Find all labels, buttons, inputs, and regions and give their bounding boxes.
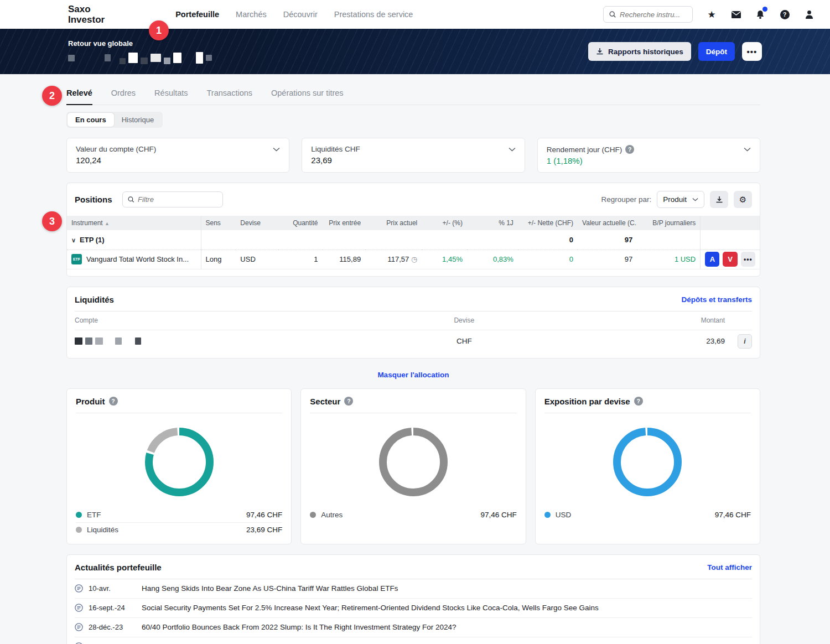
account-hero: Retour vue globale Rapports histori (0, 29, 830, 74)
account-profile-icon[interactable] (803, 9, 815, 20)
export-download-button[interactable] (710, 191, 728, 208)
day-return-label: Rendement jour (CHF) (547, 146, 622, 154)
settings-gear-button[interactable]: ⚙ (734, 191, 752, 208)
tab-operations-sur-titres[interactable]: Opérations sur titres (271, 83, 344, 105)
produit-title: Produit (76, 397, 105, 406)
chevron-down-icon (509, 147, 516, 152)
saxo-investor-app: 1 2 3 Saxo Investor Portefeuille Marchés… (0, 0, 830, 644)
step-badge-1: 1 (149, 20, 169, 40)
prix-entree: 115,89 (323, 250, 366, 269)
group-by-label: Regrouper par: (601, 195, 651, 204)
search-input[interactable] (620, 11, 687, 19)
secteur-allocation-card: Secteur ? Autres 97,46 CHF (300, 388, 526, 544)
pct-change: 1,45% (422, 250, 467, 269)
produit-allocation-card: Produit ? ETF 97,46 CHF Liquidités 2 (66, 388, 292, 544)
nav-item-prestations[interactable]: Prestations de service (334, 10, 413, 19)
buy-button[interactable]: A (705, 252, 719, 267)
group-row-etp[interactable]: ∨ETP (1) 0 97 (67, 230, 760, 250)
produit-donut-chart (141, 423, 218, 501)
tab-transactions[interactable]: Transactions (207, 83, 252, 105)
cash-devise: CHF (380, 330, 549, 352)
news-title: Actualités portefeuille (75, 563, 162, 572)
liquidites-card: Liquidités Dépôts et transferts Compte D… (66, 287, 760, 359)
help-question-icon[interactable]: ? (109, 397, 118, 406)
step-badge-3: 3 (42, 211, 62, 231)
account-value-label: Valeur du compte (CHF) (76, 145, 156, 153)
liquidites-title: Liquidités (75, 295, 114, 304)
positions-header-row: Instrument ▲ Sens Devise Quantité Prix e… (67, 216, 760, 230)
delayed-clock-icon: ◷ (411, 255, 417, 263)
positions-filter[interactable] (122, 191, 223, 207)
secteur-title: Secteur (310, 397, 340, 406)
group-by-select[interactable]: Produit (657, 191, 704, 208)
download-icon (715, 196, 723, 204)
nav-item-portefeuille[interactable]: Portefeuille (175, 10, 219, 19)
instrument-search[interactable] (603, 6, 693, 23)
group-net: 0 (518, 230, 578, 250)
bp-journaliers: 1 USD (637, 250, 700, 269)
toggle-en-cours[interactable]: En cours (68, 113, 114, 127)
sort-asc-icon[interactable]: ▲ (105, 221, 110, 226)
news-item[interactable]: 21-avr.-23 BofA Strategist Says Central … (75, 637, 752, 644)
favorites-star-icon[interactable]: ★ (706, 9, 717, 20)
info-button[interactable]: i (738, 334, 752, 349)
legend-usd: USD 97,46 CHF (544, 507, 751, 522)
nav-item-marches[interactable]: Marchés (236, 10, 267, 19)
news-item[interactable]: 16-sept.-24 Social Security Payments Set… (75, 599, 752, 618)
hide-allocation-link[interactable]: Masquer l'allocation (377, 371, 449, 379)
nette-chf: 0 (518, 250, 578, 269)
deposits-transfers-link[interactable]: Dépôts et transferts (681, 295, 752, 304)
sell-button[interactable]: V (723, 252, 737, 267)
saxo-logo[interactable]: Saxo Investor (68, 4, 105, 25)
position-row-vanguard[interactable]: ETF Vanguard Total World Stock In... Lon… (67, 250, 760, 269)
legend-dot (544, 512, 551, 518)
news-date: 10-avr. (89, 584, 136, 593)
hero-more-button[interactable]: ••• (742, 42, 762, 61)
sens: Long (201, 250, 236, 269)
news-item[interactable]: 10-avr. Hang Seng Skids Into Bear Zone A… (75, 579, 752, 599)
row-more-button[interactable]: ••• (741, 252, 755, 267)
devise-allocation-card: Exposition par devise ? USD 97,46 CHF (535, 388, 760, 544)
day-return-card[interactable]: Rendement jour (CHF) ? 1 (1,18%) (537, 138, 760, 173)
prix-actuel: 117,57 (388, 255, 409, 263)
quantite: 1 (278, 250, 323, 269)
back-to-global-view-link[interactable]: Retour vue globale (68, 39, 212, 48)
toggle-historique[interactable]: Historique (114, 113, 162, 127)
portfolio-news-card: Actualités portefeuille Tout afficher 10… (66, 554, 760, 644)
positions-title: Positions (75, 195, 112, 204)
tab-resultats[interactable]: Résultats (154, 83, 188, 105)
notifications-bell-icon[interactable] (755, 9, 766, 20)
historical-reports-button[interactable]: Rapports historiques (588, 42, 691, 61)
messages-icon[interactable] (730, 9, 741, 20)
hide-allocation-row: Masquer l'allocation (66, 370, 760, 380)
portfolio-main: Relevé Ordres Résultats Transactions Opé… (0, 74, 830, 644)
redacted-account-info (68, 52, 212, 64)
news-item[interactable]: 28-déc.-23 60/40 Portfolio Bounces Back … (75, 618, 752, 637)
cash-card[interactable]: Liquidités CHF 23,69 (302, 138, 525, 173)
help-icon[interactable]: ? (779, 9, 790, 20)
show-all-link[interactable]: Tout afficher (707, 563, 752, 572)
search-icon (128, 196, 134, 203)
deposit-button[interactable]: Dépôt (698, 42, 735, 61)
step-badge-2: 2 (42, 86, 62, 106)
account-value: 120,24 (76, 155, 280, 165)
cash-account-row[interactable]: CHF 23,69 i (75, 330, 752, 352)
tab-ordres[interactable]: Ordres (111, 83, 136, 105)
tab-releve[interactable]: Relevé (66, 83, 92, 105)
collapse-chevron-icon[interactable]: ∨ (71, 237, 76, 243)
news-article-icon (75, 584, 83, 593)
notification-dot (762, 7, 767, 12)
legend-dot (76, 527, 82, 533)
filter-input[interactable] (138, 195, 217, 204)
liquidites-table: Compte Devise Montant (75, 311, 752, 352)
legend-etf: ETF 97,46 CHF (76, 507, 282, 522)
help-question-icon[interactable]: ? (634, 397, 643, 406)
account-value-card[interactable]: Valeur du compte (CHF) 120,24 (66, 138, 289, 173)
help-question-icon[interactable]: ? (344, 397, 353, 406)
nav-right: ★ ? (603, 6, 815, 23)
pct-1j: 0,83% (467, 250, 518, 269)
news-headline: Social Security Payments Set For 2.5% In… (142, 604, 599, 612)
instrument-name: Vanguard Total World Stock In... (86, 255, 189, 263)
nav-item-decouvrir[interactable]: Découvrir (283, 10, 318, 19)
help-question-icon[interactable]: ? (625, 145, 634, 154)
